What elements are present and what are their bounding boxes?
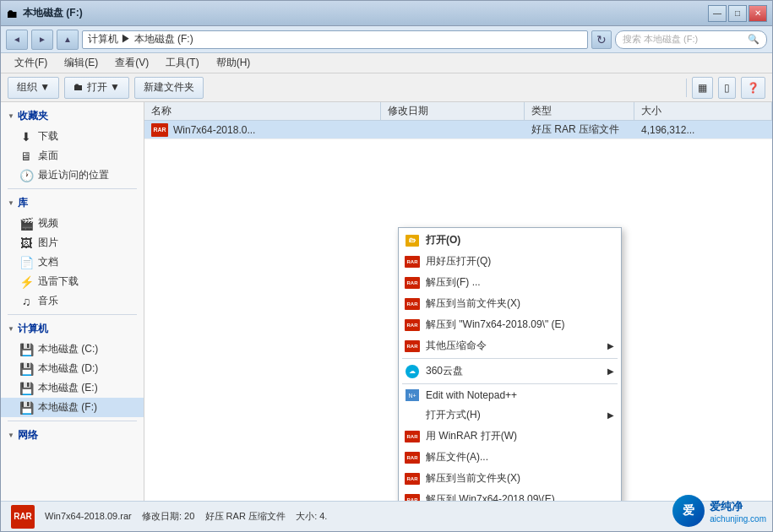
ctx-extract-here-label: 解压到当前文件夹(X) — [426, 296, 520, 311]
back-button[interactable]: ◄ — [6, 30, 28, 50]
sidebar-item-video[interactable]: 🎬 视频 — [1, 214, 144, 233]
address-path[interactable]: 计算机 ▶ 本地磁盘 (F:) — [82, 30, 588, 49]
sidebar-item-downloads[interactable]: ⬇ 下载 — [1, 127, 144, 146]
ctx-other-compress[interactable]: RAR 其他压缩命令 ▶ — [399, 335, 621, 356]
title-bar: 🖿 本地磁盘 (F:) — □ ✕ — [1, 1, 772, 26]
local-d-label: 本地磁盘 (D:) — [38, 361, 98, 376]
maximize-button[interactable]: □ — [728, 5, 747, 22]
xunlei-icon: ⚡ — [19, 275, 33, 289]
ctx-extract-here[interactable]: RAR 解压到当前文件夹(X) — [399, 293, 621, 314]
status-date: 修改日期: 20 — [142, 511, 194, 521]
favorites-arrow: ▼ — [8, 112, 14, 120]
watermark-logo: 爱 爱纯净 aichunjing.com — [672, 495, 766, 527]
toolbar-divider-1 — [686, 79, 687, 97]
sidebar-separator-3 — [8, 421, 137, 421]
ctx-extract-named[interactable]: RAR 解压到 "Win7x64-2018.09\" (E) — [399, 314, 621, 335]
up-button[interactable]: ▲ — [57, 30, 79, 50]
ctx-winrar-icon: RAR — [404, 430, 421, 443]
sidebar-section-network[interactable]: ▼ 网络 — [1, 425, 144, 446]
search-bar[interactable]: 搜索 本地磁盘 (F:) 🔍 — [615, 30, 767, 49]
search-placeholder: 搜索 本地磁盘 (F:) — [623, 33, 698, 46]
preview-button[interactable]: ▯ — [718, 77, 736, 99]
ctx-other-compress-label: 其他压缩命令 — [426, 339, 487, 353]
sidebar: ▼ 收藏夹 ⬇ 下载 🖥 桌面 🕐 最近访问的位置 ▼ 库 🎬 — [1, 102, 144, 501]
col-header-size[interactable]: 大小 — [634, 102, 772, 120]
col-header-name[interactable]: 名称 — [144, 102, 381, 120]
ctx-360cloud-label: 360云盘 — [426, 364, 463, 378]
ctx-extract-here2[interactable]: RAR 解压到当前文件夹(X) — [399, 468, 621, 489]
ctx-winrar-open[interactable]: RAR 用 WinRAR 打开(W) — [399, 426, 621, 447]
menu-help[interactable]: 帮助(H) — [210, 54, 258, 72]
ctx-extract-dir-label: 解压到 Win7x64-2018.09\(E) — [426, 492, 555, 501]
documents-label: 文档 — [38, 255, 58, 269]
ctx-extract-to[interactable]: RAR 解压到(F) ... — [399, 272, 621, 293]
view-button[interactable]: ▦ — [692, 77, 713, 99]
menu-view[interactable]: 查看(V) — [108, 54, 155, 72]
menu-tools[interactable]: 工具(T) — [159, 54, 205, 72]
open-button[interactable]: 🖿 打开 ▼ — [64, 77, 129, 99]
sidebar-item-xunlei[interactable]: ⚡ 迅雷下载 — [1, 272, 144, 291]
new-folder-button[interactable]: 新建文件夹 — [134, 77, 204, 99]
ctx-winrar-open-label: 用 WinRAR 打开(W) — [426, 429, 517, 443]
col-header-date[interactable]: 修改日期 — [381, 102, 525, 120]
xunlei-label: 迅雷下载 — [38, 274, 79, 289]
refresh-button[interactable]: ↻ — [591, 30, 612, 49]
sidebar-item-pictures[interactable]: 🖼 图片 — [1, 233, 144, 252]
status-type: 好压 RAR 压缩文件 — [205, 511, 286, 521]
ctx-extract-here2-icon: RAR — [404, 472, 421, 486]
close-button[interactable]: ✕ — [749, 5, 767, 22]
ctx-extract-to-label: 解压到(F) ... — [426, 275, 481, 290]
sidebar-item-local-d[interactable]: 💾 本地磁盘 (D:) — [1, 359, 144, 378]
ctx-notepad[interactable]: N+ Edit with Notepad++ — [399, 386, 621, 404]
pictures-label: 图片 — [38, 236, 58, 250]
col-header-type[interactable]: 类型 — [525, 102, 634, 120]
pictures-icon: 🖼 — [19, 236, 33, 250]
ctx-open-with-arrow: ▶ — [607, 410, 614, 420]
ctx-open[interactable]: 🗁 打开(O) — [399, 230, 621, 251]
ctx-extract-dir[interactable]: RAR 解压到 Win7x64-2018.09\(E) — [399, 489, 621, 501]
documents-icon: 📄 — [19, 256, 33, 269]
network-arrow: ▼ — [8, 432, 14, 439]
help-button[interactable]: ❓ — [741, 77, 765, 99]
ctx-extract-a[interactable]: RAR 解压文件(A)... — [399, 447, 621, 468]
sidebar-item-music[interactable]: ♫ 音乐 — [1, 291, 144, 311]
ctx-open-label: 打开(O) — [426, 233, 460, 247]
sidebar-section-library[interactable]: ▼ 库 — [1, 193, 144, 214]
file-name: Win7x64-2018.0... — [173, 124, 255, 136]
ctx-7zip-icon: RAR — [404, 255, 421, 269]
minimize-button[interactable]: — — [708, 5, 727, 22]
sidebar-item-local-c[interactable]: 💾 本地磁盘 (C:) — [1, 339, 144, 359]
sidebar-item-documents[interactable]: 📄 文档 — [1, 252, 144, 272]
window-controls: — □ ✕ — [708, 5, 767, 22]
sidebar-item-local-f[interactable]: 💾 本地磁盘 (F:) — [1, 398, 144, 417]
title-bar-left: 🖿 本地磁盘 (F:) — [6, 6, 83, 20]
ctx-360cloud[interactable]: ☁ 360云盘 ▶ — [399, 361, 621, 382]
menu-edit[interactable]: 编辑(E) — [57, 54, 105, 72]
context-menu: 🗁 打开(O) RAR 用好压打开(Q) RAR 解压到(F) .. — [398, 227, 622, 501]
file-icon-rar: RAR — [151, 123, 168, 137]
ctx-extract-here2-label: 解压到当前文件夹(X) — [426, 471, 520, 486]
local-f-label: 本地磁盘 (F:) — [38, 400, 97, 415]
logo-circle-text: 爱 — [683, 503, 694, 518]
ctx-notepad-icon: N+ — [404, 388, 421, 402]
table-row[interactable]: RAR Win7x64-2018.0... 好压 RAR 压缩文件 4,196,… — [144, 121, 772, 139]
ctx-extract-to-icon: RAR — [404, 276, 421, 290]
organize-button[interactable]: 组织 ▼ — [8, 77, 59, 99]
sidebar-item-recent[interactable]: 🕐 最近访问的位置 — [1, 166, 144, 185]
sidebar-section-computer[interactable]: ▼ 计算机 — [1, 318, 144, 339]
ctx-other-compress-icon: RAR — [404, 339, 421, 353]
menu-file[interactable]: 文件(F) — [8, 54, 54, 72]
sidebar-section-favorites[interactable]: ▼ 收藏夹 — [1, 106, 144, 127]
ctx-360cloud-icon: ☁ — [404, 365, 421, 378]
ctx-7zip-open[interactable]: RAR 用好压打开(Q) — [399, 251, 621, 272]
forward-button[interactable]: ► — [31, 30, 53, 50]
sidebar-item-desktop[interactable]: 🖥 桌面 — [1, 146, 144, 166]
network-label: 网络 — [18, 428, 38, 442]
status-thumbnail: RAR — [11, 505, 35, 529]
local-f-icon: 💾 — [19, 401, 33, 415]
library-label: 库 — [18, 196, 28, 210]
ctx-other-compress-arrow: ▶ — [607, 341, 614, 350]
downloads-icon: ⬇ — [19, 130, 33, 144]
ctx-open-with[interactable]: 打开方式(H) ▶ — [399, 404, 621, 426]
sidebar-item-local-e[interactable]: 💾 本地磁盘 (E:) — [1, 378, 144, 398]
